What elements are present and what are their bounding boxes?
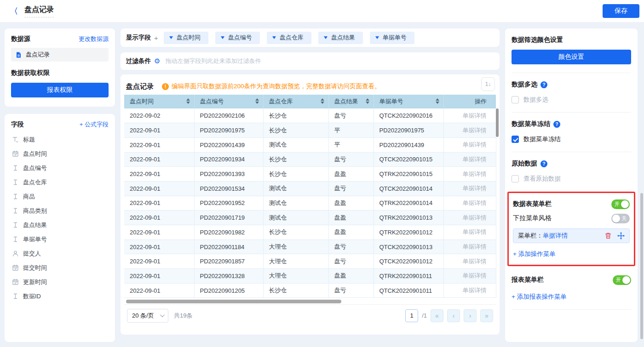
table-header-bar: 盘点记录 ! 编辑界面只取数据源前200条作为查询数据预览，完整数据请访问页面查… [124,78,496,95]
multi-select-checkbox-row[interactable]: 数据多选 [512,96,631,104]
datasource-item[interactable]: 盘点记录 [11,48,109,62]
cell-action-link[interactable]: 单据详情 [443,137,496,152]
table-menu-toggle[interactable]: 开 [611,199,630,209]
col-result[interactable]: 盘点结果 [328,95,374,108]
move-icon[interactable] [617,232,625,239]
report-permission-button[interactable]: 报表权限 [11,83,109,97]
datasource-card: 数据源 更改数据源 盘点记录 数据获取权限 报表权限 [5,28,115,107]
datasource-item-label: 盘点记录 [26,51,50,59]
menu-bar-item[interactable]: 菜单栏： 单据详情 [513,228,630,243]
chip-result[interactable]: 盘点结果 [318,32,363,44]
multi-select-checkbox[interactable] [512,96,519,103]
add-display-field-button[interactable]: + [154,34,158,42]
raw-data-checkbox-row[interactable]: 查看原始数据 [512,175,631,183]
cell-doc: QTRK20220901015 [374,167,443,182]
cell-action-link[interactable]: 单据详情 [443,196,496,210]
col-warehouse[interactable]: 盘点仓库 [263,95,328,108]
menu-bar-value-link[interactable]: 单据详情 [543,232,568,240]
sort-icon[interactable] [436,98,439,104]
field-item-product-category[interactable]: 商品类别 [11,204,109,218]
cell-action-link[interactable]: 单据详情 [443,152,496,167]
menu-freeze-checkbox-row[interactable]: 数据菜单冻结 [512,135,631,143]
vertical-scrollbar-thumb[interactable] [496,108,499,137]
cell-no: PD20220901982 [194,225,263,240]
chip-warehouse[interactable]: 盘点仓库 [267,32,311,44]
field-item-check-time[interactable]: 盘点时间 [11,147,109,161]
trash-icon[interactable] [604,232,612,239]
col-check-no[interactable]: 盘点编号 [194,95,263,108]
color-setting-button[interactable]: 颜色设置 [512,50,631,64]
chip-check-no[interactable]: 盘点编号 [215,32,260,44]
cell-action-link[interactable]: 单据详情 [443,210,496,225]
report-menu-toggle[interactable]: 开 [613,275,631,285]
field-item-submitter[interactable]: 提交人 [11,246,109,261]
help-icon[interactable]: ? [540,81,547,88]
text-icon [12,293,19,300]
cell-action-link[interactable]: 单据详情 [443,269,496,284]
cell-action-link[interactable]: 单据详情 [443,181,496,196]
field-label: 盘点结果 [23,221,47,229]
cell-doc: QTRK20220901012 [374,225,443,240]
chip-label: 盘点结果 [331,34,355,42]
filter-bar[interactable]: 过滤条件 ⚙ 拖动左侧字段到此处来添加过滤条件 [121,52,500,70]
field-label: 商品 [23,193,35,201]
caret-down-icon [375,36,379,39]
field-item-submit-time[interactable]: 提交时间 [11,261,109,275]
page-size-select[interactable]: 20 条/页 [127,309,168,323]
cell-warehouse: 长沙仓 [263,167,328,182]
save-button[interactable]: 保存 [603,4,639,18]
title-icon [12,136,19,143]
menu-freeze-checkbox-label: 数据菜单冻结 [523,135,561,143]
add-report-action-menu-link[interactable]: + 添加报表操作菜单 [512,293,567,301]
add-formula-field-link[interactable]: + 公式字段 [80,120,109,129]
dropdown-style-toggle[interactable]: 关 [611,214,630,223]
field-item-result[interactable]: 盘点结果 [11,218,109,232]
cell-action-link[interactable]: 单据详情 [443,254,496,269]
col-doc-no[interactable]: 单据单号 [374,95,443,108]
dropdown-style-label: 下拉菜单风格 [513,214,552,222]
table-row: 2022-09-01PD20220901393长沙仓盘盈QTRK20220901… [124,167,496,182]
cell-no: PD20220902106 [194,108,263,123]
sort-icon[interactable] [366,98,369,104]
raw-data-checkbox[interactable] [512,175,519,182]
prev-page-button[interactable]: ‹ [447,309,460,322]
sort-order-button[interactable]: 1↓ [481,77,495,91]
menu-freeze-checkbox[interactable] [512,136,519,143]
cell-action-link[interactable]: 单据详情 [443,225,496,240]
field-item-doc-no[interactable]: 单据单号 [11,232,109,246]
page-scrollbar-thumb[interactable] [640,193,643,339]
col-check-time[interactable]: 盘点时间 [124,95,194,108]
cell-action-link[interactable]: 单据详情 [443,167,496,182]
cell-doc: QTCK20220901011 [374,283,443,298]
field-item-check-no[interactable]: 盘点编号 [11,161,109,175]
field-item-title[interactable]: 标题 [11,132,109,147]
horizontal-scrollbar-thumb[interactable] [126,300,341,303]
cell-action-link[interactable]: 单据详情 [443,123,496,138]
sort-icon[interactable] [186,98,190,104]
last-page-button[interactable]: » [480,309,493,322]
field-item-warehouse[interactable]: 盘点仓库 [11,175,109,189]
cell-action-link[interactable]: 单据详情 [443,108,496,123]
field-item-data-id[interactable]: 数据ID [11,289,109,303]
cell-action-link[interactable]: 单据详情 [443,239,496,254]
raw-data-section: 原始数据 ? 查看原始数据 [512,152,631,191]
display-field-chips: 盘点时间 盘点编号 盘点仓库 盘点结果 单据单号 [164,32,414,44]
chip-doc-no[interactable]: 单据单号 [370,32,414,44]
change-datasource-link[interactable]: 更改数据源 [79,35,109,43]
page-input[interactable]: 1 [405,309,418,322]
add-action-menu-link[interactable]: + 添加操作菜单 [513,250,556,258]
help-icon[interactable]: ? [553,121,560,128]
left-sidebar: 数据源 更改数据源 盘点记录 数据获取权限 报表权限 字段 + 公式字段 标题 … [5,28,115,342]
sort-icon[interactable] [321,98,324,104]
table-row: 2022-09-01PD20220901328大理仓盘盈QTRK20220901… [124,269,496,284]
cell-action-link[interactable]: 单据详情 [443,283,496,298]
chip-check-time[interactable]: 盘点时间 [164,32,208,44]
sort-icon[interactable] [255,98,259,104]
first-page-button[interactable]: « [431,309,443,322]
gear-icon[interactable]: ⚙ [154,57,160,65]
next-page-button[interactable]: › [464,309,477,322]
back-button[interactable]: 〈 [10,6,18,17]
field-item-product[interactable]: 商品 [11,189,109,204]
field-item-update-time[interactable]: 更新时间 [11,275,109,289]
help-icon[interactable]: ? [540,160,547,167]
